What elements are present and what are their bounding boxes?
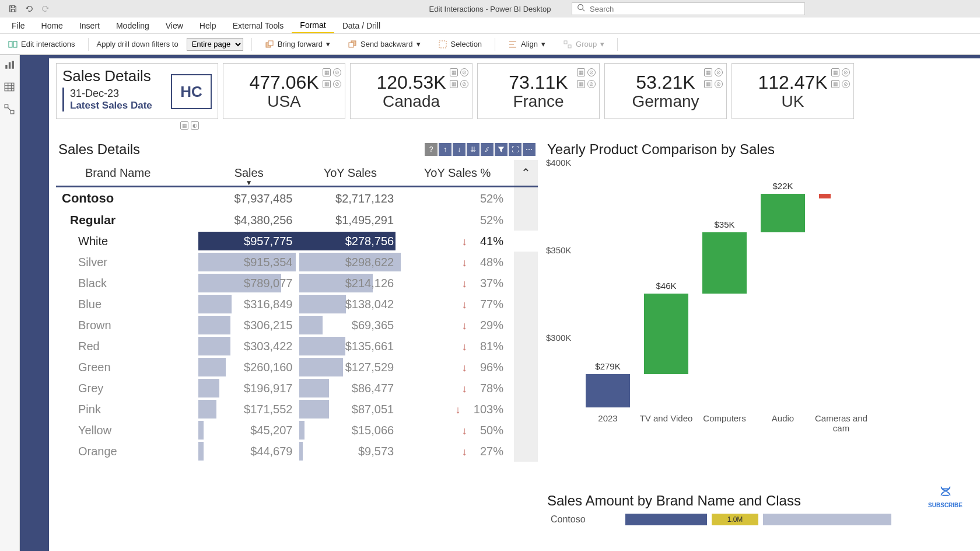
col-header[interactable]: YoY Sales — [299, 160, 401, 187]
menu-help[interactable]: Help — [191, 19, 225, 33]
expand-level-icon[interactable]: ⇊ — [467, 143, 480, 156]
table-row[interactable]: Brown$306,215$69,365↓ 29% — [56, 315, 538, 336]
save-icon[interactable] — [8, 4, 18, 13]
none-mini-icon[interactable]: ⊘ — [333, 68, 341, 76]
arrow-down-icon: ↓ — [462, 383, 467, 395]
menu-format[interactable]: Format — [292, 18, 334, 33]
table-row[interactable]: Grey$196,917$86,477↓ 78% — [56, 378, 538, 399]
focus-mode-icon[interactable]: ⛶ — [509, 143, 522, 156]
waterfall-bar[interactable] — [644, 294, 688, 374]
expand-all-icon[interactable]: ⫽ — [481, 143, 494, 156]
group-button: Group ▾ — [558, 38, 609, 51]
filter-mini-icon[interactable]: ▦ — [450, 80, 458, 88]
subscribe-badge[interactable]: SUBSCRIBE — [928, 484, 963, 508]
bring-forward-button[interactable]: Bring forward ▾ — [260, 38, 335, 51]
none-mini-icon[interactable]: ⊘ — [587, 80, 596, 88]
none-mini-icon[interactable]: ⊘ — [333, 80, 341, 88]
drill-scope-select[interactable]: Entire page — [187, 38, 243, 51]
svg-rect-5 — [268, 41, 273, 46]
col-header[interactable]: YoY Sales % — [401, 160, 514, 187]
table-row[interactable]: Orange$44,679$9,573↓ 27% — [56, 441, 538, 462]
selection-button[interactable]: Selection — [433, 38, 487, 51]
table-row[interactable]: Contoso$7,937,485$2,717,123 52% — [56, 187, 538, 210]
sales-table-visual[interactable]: Sales Details ? ↑ ↓ ⇊ ⫽ ⛶ ⋯ Brand NameSa… — [56, 137, 538, 551]
filter-mini-icon[interactable]: ▦ — [831, 68, 839, 76]
scroll-up-icon[interactable]: ⌃ — [514, 160, 538, 187]
table-row[interactable]: Pink$171,552$87,051↓ 103% — [56, 399, 538, 420]
menu-view[interactable]: View — [158, 19, 191, 33]
menu-file[interactable]: File — [4, 19, 33, 33]
kpi-card-germany[interactable]: 53.21K Germany ▦⊘ ▦⊘ — [604, 63, 727, 119]
data-view-icon[interactable] — [4, 82, 16, 93]
svg-rect-3 — [13, 41, 17, 47]
chart-plot-area[interactable]: $400K$350K$300K$279K2023$46KTV and Video… — [580, 162, 980, 442]
model-view-icon[interactable] — [4, 104, 16, 116]
filter-mini-icon[interactable]: ▦ — [180, 121, 188, 130]
search-input[interactable] — [590, 5, 800, 13]
col-header[interactable]: Sales▼ — [198, 160, 300, 187]
interaction-icons[interactable]: ▦ ◐ — [180, 121, 199, 130]
brand-class-chart-visual[interactable]: SUBSCRIBE Sales Amount by Brand Name and… — [545, 490, 980, 528]
none-mini-icon[interactable]: ⊘ — [715, 68, 723, 76]
none-mini-icon[interactable]: ⊘ — [587, 68, 596, 76]
report-canvas[interactable]: Sales Details 31-Dec-23 Latest Sales Dat… — [49, 58, 980, 551]
table-row[interactable]: Silver$915,354$298,622↓ 48% — [56, 252, 538, 273]
none-mini-icon[interactable]: ⊘ — [460, 80, 468, 88]
kpi-value: 73.11K — [509, 72, 568, 93]
table-row[interactable]: Green$260,160$127,529↓ 96% — [56, 357, 538, 378]
menu-externaltools[interactable]: External Tools — [225, 19, 292, 33]
filter-mini-icon[interactable]: ▦ — [577, 68, 585, 76]
menu-datadrill[interactable]: Data / Drill — [334, 19, 388, 33]
redo-icon[interactable] — [41, 4, 50, 13]
filter-mini-icon[interactable]: ▦ — [323, 68, 331, 76]
kpi-card-uk[interactable]: 112.47K UK ▦⊘ ▦⊘ — [732, 63, 854, 119]
table-row[interactable]: Black$789,077$214,126↓ 37% — [56, 273, 538, 294]
filter-mini-icon[interactable]: ▦ — [831, 80, 839, 88]
none-mini-icon[interactable]: ⊘ — [715, 80, 723, 88]
waterfall-bar[interactable] — [702, 232, 747, 294]
kpi-card-canada[interactable]: 120.53K Canada ▦⊘ ▦⊘ — [350, 63, 473, 119]
waterfall-bar[interactable] — [586, 374, 630, 407]
menu-home[interactable]: Home — [33, 19, 71, 33]
filter-mini-icon[interactable]: ▦ — [704, 80, 712, 88]
report-view-icon[interactable] — [4, 60, 16, 71]
edit-interactions-button[interactable]: Edit interactions — [4, 38, 80, 51]
x-tick: Computers — [695, 413, 754, 423]
send-backward-button[interactable]: Send backward ▾ — [343, 38, 425, 51]
kpi-card-usa[interactable]: 477.06K USA ▦⊘ ▦⊘ — [223, 63, 345, 119]
filter-mini-icon[interactable]: ▦ — [450, 68, 458, 76]
undo-icon[interactable] — [24, 4, 34, 13]
svg-rect-12 — [564, 41, 567, 44]
table-row[interactable]: White$957,775$278,756↓ 41% — [56, 231, 538, 252]
help-icon[interactable]: ? — [425, 143, 438, 156]
kpi-card-france[interactable]: 73.11K France ▦⊘ ▦⊘ — [477, 63, 600, 119]
sales-table[interactable]: Brand NameSales▼YoY SalesYoY Sales %⌃ Co… — [56, 160, 538, 462]
waterfall-bar[interactable] — [819, 194, 831, 198]
none-mini-icon[interactable]: ⊘ — [842, 80, 850, 88]
table-row[interactable]: Yellow$45,207$15,066↓ 50% — [56, 420, 538, 441]
bar-row-label: Contoso — [551, 514, 621, 525]
table-row[interactable]: Blue$316,849$138,042↓ 77% — [56, 294, 538, 315]
filter-mini-icon[interactable]: ▦ — [323, 80, 331, 88]
none-mini-icon[interactable]: ⊘ — [460, 68, 468, 76]
arrow-down-icon: ↓ — [462, 278, 467, 290]
filter-mini-icon[interactable]: ▦ — [577, 80, 585, 88]
filter-icon[interactable] — [495, 143, 508, 156]
align-button[interactable]: Align ▾ — [503, 38, 550, 51]
drill-down-icon[interactable]: ↓ — [453, 143, 466, 156]
title-card[interactable]: Sales Details 31-Dec-23 Latest Sales Dat… — [56, 63, 218, 119]
menu-insert[interactable]: Insert — [71, 19, 108, 33]
search-box[interactable] — [572, 2, 805, 15]
table-row[interactable]: Red$303,422$135,661↓ 81% — [56, 336, 538, 357]
filter-mini-icon[interactable]: ▦ — [704, 68, 712, 76]
logo-icon: HC — [171, 74, 212, 109]
waterfall-bar[interactable] — [761, 194, 805, 232]
menu-modeling[interactable]: Modeling — [108, 19, 158, 33]
col-header[interactable]: Brand Name — [56, 160, 198, 187]
highlight-mini-icon[interactable]: ◐ — [191, 121, 199, 130]
none-mini-icon[interactable]: ⊘ — [842, 68, 850, 76]
drill-up-icon[interactable]: ↑ — [439, 143, 452, 156]
more-options-icon[interactable]: ⋯ — [523, 143, 536, 156]
waterfall-chart-visual[interactable]: Yearly Product Comparison by Sales $400K… — [545, 137, 980, 487]
table-row[interactable]: Regular$4,380,256$1,495,291 52% — [56, 210, 538, 231]
